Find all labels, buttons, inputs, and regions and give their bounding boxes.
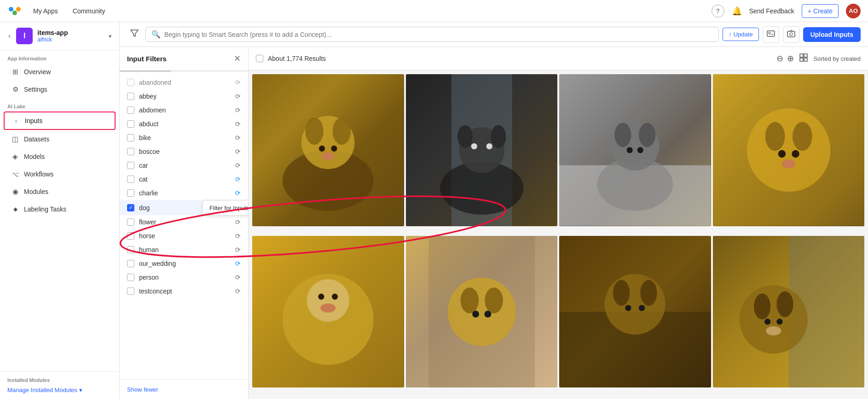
filter-search-abduct[interactable]: ⟳	[235, 120, 241, 128]
filter-item-abdomen[interactable]: abdomen ⟳	[120, 103, 248, 117]
image-cell-7[interactable]	[559, 236, 711, 388]
filter-search-horse[interactable]: ⟳	[235, 232, 241, 240]
filter-item-dog[interactable]: dog ⇄ ↺ Filter for Inputs that do NOT ma…	[120, 200, 248, 215]
upload-inputs-button[interactable]: Upload Inputs	[803, 27, 861, 42]
filter-checkbox-abbey[interactable]	[127, 93, 134, 100]
user-avatar[interactable]: AO	[846, 4, 861, 18]
image-cell-2[interactable]	[406, 74, 558, 226]
svg-point-34	[627, 147, 633, 153]
sidebar-item-inputs[interactable]: ↑ Inputs	[4, 111, 116, 130]
filter-search-person[interactable]: ⟳	[235, 274, 241, 281]
sidebar-item-labeling-tasks[interactable]: ◆ Labeling Tasks	[4, 201, 116, 217]
image-cell-1[interactable]	[252, 74, 404, 226]
filter-button[interactable]	[127, 26, 142, 43]
filter-search-abdomen[interactable]: ⟳	[235, 106, 241, 114]
manage-modules-link[interactable]: Manage Installed Modules ▾	[7, 387, 112, 393]
filter-checkbox-our-wedding[interactable]	[127, 260, 134, 267]
help-button[interactable]: ?	[712, 5, 724, 18]
filter-item-charlie[interactable]: charlie ⟳	[120, 186, 248, 200]
filter-checkbox-dog[interactable]	[127, 204, 134, 211]
filter-search-cat[interactable]: ⟳	[235, 176, 241, 183]
sidebar-item-overview[interactable]: ⊞ Overview	[4, 64, 116, 80]
filter-item-person[interactable]: person ⟳	[120, 270, 248, 284]
filter-search-boscoe[interactable]: ⟳	[235, 148, 241, 155]
filter-checkbox-car[interactable]	[127, 162, 134, 169]
filter-item-cat[interactable]: cat ⟳	[120, 172, 248, 186]
filter-search-abandoned[interactable]: ⟳	[235, 79, 241, 86]
svg-point-69	[776, 318, 782, 324]
sidebar-item-models[interactable]: ◈ Models	[4, 148, 116, 165]
sidebar-item-datasets[interactable]: ◫ Datasets	[4, 131, 116, 147]
filter-search-bike[interactable]: ⟳	[235, 134, 241, 141]
filter-checkbox-flower[interactable]	[127, 218, 134, 226]
send-feedback-link[interactable]: Send Feedback	[749, 7, 794, 15]
svg-point-16	[333, 117, 351, 145]
results-select-all-checkbox[interactable]	[256, 55, 263, 62]
filter-search-flower[interactable]: ⟳	[235, 218, 241, 226]
filter-search-our-wedding[interactable]: ⟳	[235, 260, 241, 267]
svg-point-33	[639, 123, 655, 147]
filter-search-testconcept[interactable]: ⟳	[235, 288, 241, 295]
filter-checkbox-cat[interactable]	[127, 176, 134, 183]
image-cell-6[interactable]	[406, 236, 558, 388]
filter-checkbox-testconcept[interactable]	[127, 288, 134, 295]
filter-list: abandoned ⟳ abbey ⟳ abdome	[120, 72, 248, 379]
search-input[interactable]	[164, 31, 713, 38]
filter-checkbox-abandoned[interactable]	[127, 79, 134, 86]
notifications-button[interactable]: 🔔	[732, 6, 742, 16]
sidebar-item-modules[interactable]: ◉ Modules	[4, 183, 116, 200]
show-fewer-button[interactable]: Show fewer	[127, 386, 158, 393]
filter-checkbox-person[interactable]	[127, 274, 134, 281]
community-link[interactable]: Community	[69, 6, 109, 17]
main-content: 🔍 ↑ Update Upload	[120, 22, 868, 399]
filter-item-car[interactable]: car ⟳	[120, 158, 248, 172]
filter-search-human[interactable]: ⟳	[235, 246, 241, 253]
image-cell-5[interactable]	[252, 236, 404, 388]
zoom-in-button[interactable]: ⊕	[787, 53, 794, 64]
image-cell-3[interactable]	[559, 74, 711, 226]
filter-item-abbey[interactable]: abbey ⟳	[120, 89, 248, 103]
filter-item-abandoned[interactable]: abandoned ⟳	[120, 76, 248, 89]
filter-search-charlie[interactable]: ⟳	[235, 189, 241, 197]
create-button[interactable]: + Create	[802, 4, 839, 18]
filter-item-abduct[interactable]: abduct ⟳	[120, 117, 248, 131]
filter-checkbox-bike[interactable]	[127, 134, 134, 141]
filter-item-horse[interactable]: horse ⟳	[120, 229, 248, 243]
filter-header: Input Filters ✕	[120, 47, 248, 70]
dog-image-8	[713, 236, 865, 388]
grid-view-button[interactable]	[798, 52, 810, 65]
filter-checkbox-charlie[interactable]	[127, 189, 134, 197]
logo[interactable]	[7, 4, 22, 18]
filter-close-button[interactable]: ✕	[234, 53, 241, 64]
sidebar-back-btn[interactable]: ‹	[7, 31, 12, 41]
filter-item-bike[interactable]: bike ⟳	[120, 131, 248, 145]
svg-marker-3	[131, 30, 138, 36]
filter-item-our-wedding[interactable]: our_wedding ⟳	[120, 257, 248, 270]
image-cell-4[interactable]	[713, 74, 865, 226]
svg-point-66	[753, 293, 770, 319]
zoom-out-button[interactable]: ⊖	[776, 53, 783, 64]
filter-checkbox-abdomen[interactable]	[127, 106, 134, 114]
camera-button[interactable]	[783, 26, 799, 43]
svg-rect-8	[800, 54, 803, 57]
filter-checkbox-boscoe[interactable]	[127, 148, 134, 155]
filter-item-testconcept[interactable]: testconcept ⟳	[120, 284, 248, 298]
filter-checkbox-human[interactable]	[127, 246, 134, 253]
my-apps-link[interactable]: My Apps	[29, 6, 62, 17]
filter-item-human[interactable]: human ⟳	[120, 243, 248, 257]
svg-point-51	[447, 277, 515, 346]
svg-rect-10	[800, 58, 803, 61]
filter-item-boscoe[interactable]: boscoe ⟳	[120, 145, 248, 158]
app-user[interactable]: alfrick	[37, 36, 104, 43]
sidebar-item-workflows[interactable]: ⌥ Workflows	[4, 166, 116, 182]
filter-checkbox-horse[interactable]	[127, 232, 134, 240]
sidebar-item-settings[interactable]: ⚙ Settings	[4, 81, 116, 98]
image-cell-8[interactable]	[713, 236, 865, 388]
filter-item-flower[interactable]: flower ⟳	[120, 215, 248, 229]
update-button[interactable]: ↑ Update	[723, 28, 758, 41]
image-search-button[interactable]	[763, 26, 779, 43]
filter-search-abbey[interactable]: ⟳	[235, 93, 241, 100]
sidebar-dropdown-btn[interactable]: ▾	[109, 33, 112, 40]
filter-checkbox-abduct[interactable]	[127, 120, 134, 128]
filter-search-car[interactable]: ⟳	[235, 162, 241, 169]
